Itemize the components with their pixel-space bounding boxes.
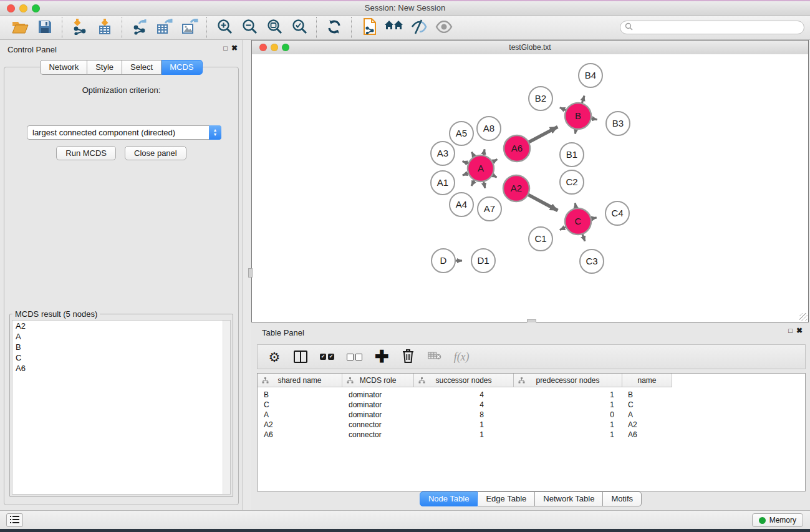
- table-row[interactable]: Adominator80A: [258, 410, 805, 420]
- graph-node-B[interactable]: B: [565, 103, 591, 129]
- graph-node-A2[interactable]: A2: [503, 175, 529, 201]
- column-header-shared-name[interactable]: shared name: [258, 374, 342, 387]
- graph-node-A8[interactable]: A8: [477, 117, 501, 140]
- import-network-button[interactable]: [67, 17, 92, 38]
- show-graphics-details-button[interactable]: [432, 17, 456, 38]
- graph-edge-A-A5[interactable]: [471, 152, 474, 157]
- graph-node-A[interactable]: A: [468, 155, 494, 181]
- memory-button[interactable]: Memory: [752, 513, 803, 527]
- graph-node-C1[interactable]: C1: [529, 227, 552, 251]
- export-image-button[interactable]: [177, 17, 202, 38]
- graph-node-C3[interactable]: C3: [580, 249, 604, 273]
- cell: dominator: [342, 390, 414, 399]
- zoom-selected-button[interactable]: [287, 17, 312, 38]
- mcds-result-item[interactable]: C: [12, 352, 230, 363]
- graph-node-C2[interactable]: C2: [560, 170, 584, 194]
- mcds-result-item[interactable]: A: [12, 331, 230, 342]
- graph-node-A1[interactable]: A1: [431, 171, 455, 195]
- resize-grip[interactable]: [799, 313, 808, 321]
- close-panel-button[interactable]: Close panel: [125, 146, 186, 160]
- column-header-name[interactable]: name: [622, 374, 672, 387]
- search-input[interactable]: [633, 21, 804, 34]
- float-table-panel-icon[interactable]: □: [788, 327, 793, 334]
- open-session-button[interactable]: [7, 17, 32, 38]
- zoom-fit-button[interactable]: [262, 17, 287, 38]
- network-canvas[interactable]: AA1A2A3A4A5A6A7A8BB1B2B3B4CC1C2C3C4DD1: [252, 54, 808, 322]
- table-row[interactable]: A2connector11A2: [258, 420, 805, 430]
- apply-layout-button[interactable]: [322, 17, 347, 38]
- graph-node-B3[interactable]: B3: [606, 112, 630, 135]
- graph-edge-B-B2[interactable]: [560, 107, 566, 110]
- graph-node-A3[interactable]: A3: [431, 142, 455, 165]
- mcds-result-item[interactable]: B: [12, 342, 230, 352]
- graph-edge-A-A6[interactable]: [492, 159, 497, 162]
- show-columns-button[interactable]: [294, 349, 307, 364]
- graph-node-B4[interactable]: B4: [579, 64, 602, 87]
- graph-edge-C-C1[interactable]: [560, 227, 566, 230]
- graph-edge-A2-C[interactable]: [528, 195, 558, 211]
- import-table-button[interactable]: [92, 17, 117, 38]
- column-header-predecessor-nodes[interactable]: predecessor nodes: [514, 374, 622, 387]
- graph-node-B2[interactable]: B2: [529, 87, 552, 110]
- deselect-all-button[interactable]: [347, 349, 362, 364]
- graph-edge-A-A3[interactable]: [463, 161, 469, 163]
- tab-motifs[interactable]: Motifs: [603, 491, 642, 506]
- criterion-dropdown[interactable]: largest connected component (directed) ▲…: [27, 125, 221, 140]
- graph-edge-C-C2[interactable]: [575, 203, 576, 209]
- network-home-button[interactable]: [382, 17, 407, 38]
- graph-node-A6[interactable]: A6: [504, 135, 530, 162]
- graph-node-D[interactable]: D: [432, 249, 455, 273]
- table-settings-button[interactable]: ⚙: [268, 349, 281, 364]
- graph-edge-A-A4[interactable]: [471, 180, 475, 186]
- graph-node-A4[interactable]: A4: [450, 193, 473, 216]
- table-row[interactable]: Bdominator41B: [258, 390, 805, 400]
- function-builder-button[interactable]: f(x): [454, 349, 470, 364]
- graph-edge-C-C3[interactable]: [582, 234, 585, 241]
- delete-table-button[interactable]: [428, 349, 441, 364]
- graph-edge-A6-B[interactable]: [529, 127, 558, 142]
- tab-node-table[interactable]: Node Table: [420, 491, 478, 506]
- graph-edge-A-A7[interactable]: [483, 181, 485, 188]
- tab-select[interactable]: Select: [122, 60, 162, 75]
- delete-column-button[interactable]: [402, 349, 415, 364]
- save-session-button[interactable]: [32, 17, 57, 38]
- column-header-successor-nodes[interactable]: successor nodes: [414, 374, 514, 387]
- graph-edge-A-A1[interactable]: [463, 173, 469, 175]
- close-panel-icon[interactable]: ✖: [231, 44, 238, 52]
- graph-edge-A-A8[interactable]: [483, 149, 485, 155]
- run-mcds-button[interactable]: Run MCDS: [56, 146, 116, 160]
- hide-graphics-details-button[interactable]: [407, 17, 432, 38]
- tab-network-table[interactable]: Network Table: [535, 491, 603, 506]
- table-row[interactable]: A6connector11A6: [258, 430, 805, 440]
- float-panel-icon[interactable]: □: [223, 45, 228, 52]
- select-all-button[interactable]: ✓✓: [320, 349, 334, 364]
- tab-edge-table[interactable]: Edge Table: [478, 491, 535, 506]
- close-table-panel-icon[interactable]: ✖: [796, 327, 803, 334]
- graph-edge-C-C4[interactable]: [591, 218, 597, 219]
- graph-node-D1[interactable]: D1: [471, 249, 495, 273]
- new-network-from-selection-button[interactable]: [357, 17, 382, 38]
- graph-node-B1[interactable]: B1: [560, 143, 584, 167]
- tab-style[interactable]: Style: [87, 60, 122, 75]
- tab-network[interactable]: Network: [40, 60, 87, 75]
- export-network-button[interactable]: [127, 17, 152, 38]
- table-row[interactable]: Cdominator41C: [258, 400, 805, 410]
- task-history-button[interactable]: [6, 513, 23, 527]
- zoom-in-button[interactable]: [212, 17, 237, 38]
- graph-edge-B-B3[interactable]: [591, 118, 597, 120]
- mcds-result-item[interactable]: A2: [12, 321, 230, 331]
- zoom-out-button[interactable]: [237, 17, 262, 38]
- graph-node-A7[interactable]: A7: [478, 197, 501, 221]
- graph-node-A5[interactable]: A5: [450, 122, 473, 145]
- graph-node-C[interactable]: C: [565, 208, 591, 235]
- export-table-button[interactable]: [152, 17, 177, 38]
- graph-node-C4[interactable]: C4: [605, 201, 629, 225]
- splitter-handle-vertical[interactable]: [248, 268, 253, 278]
- column-header-mcds-role[interactable]: MCDS role: [342, 374, 414, 387]
- mcds-result-item[interactable]: A6: [12, 363, 230, 374]
- graph-edge-A-A2[interactable]: [492, 175, 496, 177]
- tab-mcds[interactable]: MCDS: [162, 60, 202, 75]
- result-scrollbar[interactable]: [223, 321, 230, 494]
- create-column-button[interactable]: ✚: [375, 349, 389, 364]
- graph-edge-B-B4[interactable]: [582, 95, 584, 103]
